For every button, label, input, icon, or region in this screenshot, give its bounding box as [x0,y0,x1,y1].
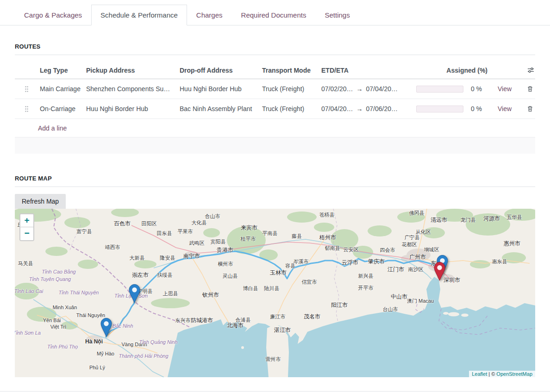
col-pickup-address[interactable]: Pickup Address [84,67,178,74]
freight-schedule-page: Cargo & Packages Schedule & Performance … [0,0,550,392]
table-footer-strip [15,137,535,154]
map-tiles [15,209,535,377]
assigned-cell: 0 % [414,105,488,112]
date-arrow-icon: → [356,85,363,93]
map-attribution: Leaflet | © OpenStreetMap [469,371,535,377]
map-zoom-control: + − [19,213,34,241]
col-etd-eta[interactable]: ETD/ETA [319,67,414,74]
map-peninsula [266,324,289,377]
date-arrow-icon: → [356,105,363,112]
route-map[interactable]: 丘北县富宁县百色市田阳区大化县合山市来宾市苍梧县佛冈县从化区清远市龙门县河源市五… [15,209,535,377]
tab-charges[interactable]: Charges [187,5,232,25]
leaflet-link[interactable]: Leaflet [472,371,487,377]
leg-type-cell[interactable]: On-Carriage [38,105,84,112]
tab-required-documents[interactable]: Required Documents [232,5,316,25]
add-line-row: Add a line [15,119,535,137]
eta-value: 07/04/20… [366,85,398,93]
routes-table-header: Leg Type Pickup Address Drop-off Address… [15,62,535,79]
marker-shenzhen-destination[interactable] [434,262,445,281]
leg-type-cell[interactable]: Main Carriage [38,85,84,93]
route-row-main-carriage: Main Carriage Shenzhen Components Su… Hu… [15,79,535,99]
transport-mode-cell[interactable]: Truck (Freight) [260,85,319,93]
assigned-percent-label: 0 % [471,85,488,93]
assigned-percent-label: 0 % [471,105,488,112]
dropoff-address-cell[interactable]: Bac Ninh Assembly Plant [178,105,260,112]
pickup-address-cell[interactable]: Huu Nghi Border Hub [84,105,178,112]
marker-hanoi[interactable] [100,318,112,337]
tab-settings[interactable]: Settings [315,5,359,25]
assigned-progressbar [416,86,463,93]
pickup-address-cell[interactable]: Shenzhen Components Su… [84,85,178,93]
col-assigned-pct[interactable]: Assigned (%) [414,67,488,74]
col-dropoff-address[interactable]: Drop-off Address [178,67,260,74]
routes-section-title: ROUTES [15,43,535,55]
openstreetmap-link[interactable]: OpenStreetMap [496,371,532,377]
col-transport-mode[interactable]: Transport Mode [260,67,319,74]
dropoff-address-cell[interactable]: Huu Nghi Border Hub [178,85,260,93]
add-a-line-link[interactable]: Add a line [38,124,67,132]
etd-value: 07/04/20… [321,105,353,112]
route-map-section-title: ROUTE MAP [15,175,535,187]
drag-handle-icon[interactable] [15,106,38,112]
etd-value: 07/02/20… [321,85,353,93]
col-leg-type[interactable]: Leg Type [38,67,84,74]
refresh-map-button[interactable]: Refresh Map [15,194,66,209]
route-row-on-carriage: On-Carriage Huu Nghi Border Hub Bac Ninh… [15,99,535,119]
etd-eta-cell[interactable]: 07/04/20… → 07/06/20… [319,105,414,112]
delete-row-icon[interactable] [521,106,535,112]
notebook-tabs: Cargo & Packages Schedule & Performance … [0,0,550,25]
zoom-in-button[interactable]: + [20,214,33,227]
optional-columns-icon[interactable] [521,67,535,74]
etd-eta-cell[interactable]: 07/02/20… → 07/04/20… [319,85,414,93]
drag-handle-icon[interactable] [15,86,38,93]
tab-content: ROUTES Leg Type Pickup Address Drop-off … [0,43,550,377]
attribution-separator: | © [487,371,496,377]
routes-table: Leg Type Pickup Address Drop-off Address… [15,62,535,154]
transport-mode-cell[interactable]: Truck (Freight) [260,105,319,112]
view-leg-button[interactable]: View [498,85,512,93]
assigned-progressbar [416,106,463,112]
marker-huu-nghi-border[interactable] [129,284,140,303]
tab-schedule-performance[interactable]: Schedule & Performance [91,5,187,25]
assigned-cell: 0 % [414,85,488,93]
eta-value: 07/06/20… [366,105,398,112]
zoom-out-button[interactable]: − [20,227,33,240]
delete-row-icon[interactable] [521,86,535,92]
view-leg-button[interactable]: View [498,105,512,112]
tab-cargo-packages[interactable]: Cargo & Packages [15,5,91,25]
